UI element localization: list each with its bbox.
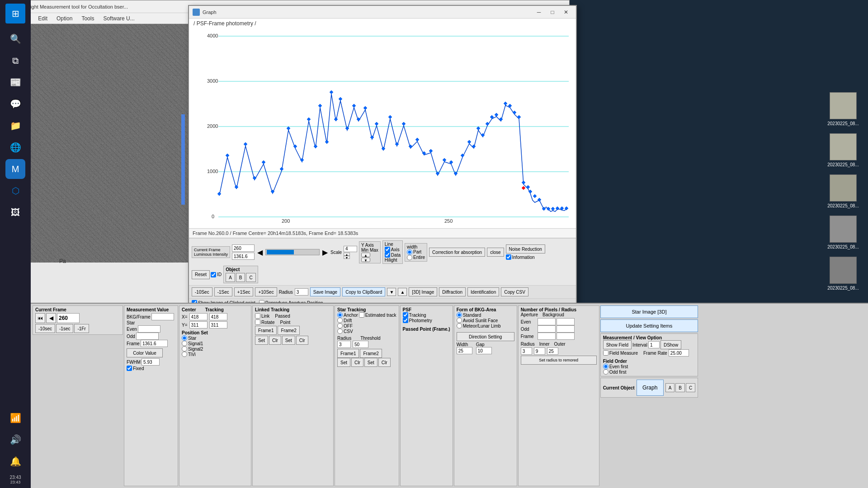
part-radio[interactable] bbox=[407, 249, 412, 255]
gap-input[interactable] bbox=[476, 347, 492, 354]
standard-radio[interactable] bbox=[457, 312, 462, 318]
scale-input[interactable] bbox=[344, 246, 357, 252]
field-measure-checkbox[interactable] bbox=[603, 350, 609, 356]
dshow-btn[interactable]: DShow bbox=[660, 340, 681, 349]
chat-icon[interactable]: 💬 bbox=[5, 94, 25, 114]
app2-icon[interactable]: ⬡ bbox=[5, 181, 25, 201]
csv-radio[interactable] bbox=[337, 328, 343, 334]
frame-first-btn[interactable]: ⏮ bbox=[35, 313, 45, 323]
background-odd-input[interactable] bbox=[557, 325, 575, 333]
copy-csv-btn[interactable]: Copy CSV bbox=[501, 287, 528, 296]
y-down-btn[interactable]: ▼ bbox=[361, 258, 370, 262]
fixed-checkbox[interactable] bbox=[127, 366, 132, 371]
minus1sec-nav-btn[interactable]: -1sec bbox=[56, 324, 73, 333]
noise-reduction-btn[interactable]: Noise Reduction bbox=[506, 244, 545, 253]
star-position-radio[interactable] bbox=[182, 335, 187, 341]
widgets-icon[interactable]: 📰 bbox=[5, 72, 25, 92]
set-btn-1[interactable]: Set bbox=[255, 336, 268, 345]
update-setting-items-btn[interactable]: Update Setting Items bbox=[600, 319, 698, 332]
sound-icon[interactable]: 🔊 bbox=[5, 430, 25, 450]
estimated-track-checkbox[interactable] bbox=[359, 312, 364, 318]
y-up-btn[interactable]: ▲ bbox=[361, 253, 370, 257]
luminous-input[interactable] bbox=[232, 253, 255, 260]
object-b-btn[interactable]: B bbox=[236, 273, 245, 282]
star-image-3d-btn[interactable]: Star Image [3D] bbox=[600, 305, 698, 318]
object-c-btn[interactable]: C bbox=[246, 273, 255, 282]
x-center-input[interactable] bbox=[189, 313, 208, 320]
aperture-even-input[interactable] bbox=[538, 318, 556, 325]
frame-rate-input[interactable] bbox=[669, 349, 689, 357]
radius-main-input[interactable] bbox=[521, 347, 532, 355]
odd-input[interactable] bbox=[136, 333, 159, 340]
graph-scrollbar[interactable] bbox=[265, 249, 320, 255]
frame2-track-btn[interactable]: Frame2 bbox=[360, 349, 382, 358]
background-even-input[interactable] bbox=[557, 318, 575, 325]
scroll-left-btn[interactable]: ◀ bbox=[257, 248, 263, 257]
graph-minimize-button[interactable]: ─ bbox=[533, 8, 545, 17]
graph-btn[interactable]: Graph bbox=[637, 380, 664, 396]
frame-prev-btn[interactable]: ◀ bbox=[46, 313, 56, 323]
object-a-btn[interactable]: A bbox=[226, 273, 235, 282]
link-checkbox[interactable] bbox=[255, 313, 260, 319]
off-radio[interactable] bbox=[337, 323, 343, 328]
y-center-input[interactable] bbox=[189, 321, 208, 328]
desktop-icon-5[interactable]: 20230225_08... bbox=[823, 255, 863, 292]
desktop-icon-2[interactable]: 20230225_08... bbox=[823, 131, 863, 169]
current-frame-input[interactable] bbox=[232, 244, 255, 252]
axis-checkbox[interactable] bbox=[385, 247, 390, 252]
desktop-icon-1[interactable]: 20230225_08... bbox=[823, 90, 863, 128]
set-track-btn[interactable]: Set bbox=[337, 358, 350, 367]
edge-icon[interactable]: 🌐 bbox=[5, 137, 25, 157]
minus10sec-btn[interactable]: -10Sec bbox=[192, 287, 212, 296]
information-checkbox[interactable] bbox=[506, 254, 511, 260]
scale-down-btn[interactable]: ▼ bbox=[344, 256, 350, 259]
frame2-btn[interactable]: Frame2 bbox=[278, 326, 299, 335]
close-btn[interactable]: close bbox=[487, 248, 504, 257]
inner-input[interactable] bbox=[534, 347, 545, 355]
arrow-up-btn[interactable]: ▲ bbox=[398, 288, 407, 296]
clr-btn-2[interactable]: Clr bbox=[296, 336, 308, 345]
network-icon[interactable]: 📶 bbox=[5, 408, 25, 428]
psf-tracking-checkbox[interactable] bbox=[403, 312, 408, 318]
meteor-radio[interactable] bbox=[457, 323, 462, 328]
set-radius-btn[interactable]: Set radius to remored bbox=[521, 356, 597, 365]
width-input[interactable] bbox=[457, 347, 472, 354]
threshold-input[interactable] bbox=[353, 341, 368, 348]
identification-btn[interactable]: Identification bbox=[467, 287, 499, 296]
clr-track-btn2[interactable]: Clr bbox=[378, 358, 391, 367]
direction-setting-btn[interactable]: Direction Setting bbox=[457, 332, 514, 341]
save-image-btn[interactable]: Save Image bbox=[310, 287, 340, 296]
menu-option[interactable]: Option bbox=[52, 14, 77, 23]
frame1-track-btn[interactable]: Frame1 bbox=[337, 349, 359, 358]
minus1fr-nav-btn[interactable]: -1Fr bbox=[74, 324, 89, 333]
frame1-btn[interactable]: Frame1 bbox=[255, 326, 277, 335]
id-checkbox[interactable] bbox=[211, 272, 216, 277]
odd-first-radio[interactable] bbox=[603, 369, 609, 375]
plus10sec-btn[interactable]: +10Sec bbox=[255, 287, 277, 296]
color-value-btn[interactable]: Color Value bbox=[127, 348, 163, 357]
avoid-sunlit-radio[interactable] bbox=[457, 318, 462, 323]
clr-btn-1[interactable]: Clr bbox=[269, 336, 281, 345]
explorer-icon[interactable]: 📁 bbox=[5, 116, 25, 136]
copy-clipboard-btn[interactable]: Copy to ClipBoard bbox=[342, 287, 385, 296]
desktop-icon-3[interactable]: 20230225_08... bbox=[823, 173, 863, 210]
outer-input[interactable] bbox=[547, 347, 558, 355]
aperture-odd-input[interactable] bbox=[538, 325, 556, 333]
rotate-checkbox[interactable] bbox=[255, 319, 260, 325]
y-tracking-input[interactable] bbox=[209, 321, 227, 328]
aperture-frame-input[interactable] bbox=[538, 333, 556, 340]
start-button[interactable]: ⊞ bbox=[5, 4, 25, 23]
menu-tools[interactable]: Tools bbox=[77, 14, 99, 23]
radius-track-input[interactable] bbox=[337, 341, 351, 348]
set-track-btn2[interactable]: Set bbox=[364, 358, 377, 367]
frame-nav-input[interactable] bbox=[57, 313, 80, 323]
interval-input[interactable] bbox=[648, 341, 660, 348]
signal2-radio[interactable] bbox=[182, 346, 187, 352]
c-obj-btn[interactable]: C bbox=[686, 383, 695, 392]
radius-input[interactable] bbox=[295, 288, 308, 296]
frame-value-input[interactable] bbox=[141, 340, 168, 347]
set-btn-2[interactable]: Set bbox=[282, 336, 295, 345]
clr-track-btn[interactable]: Clr bbox=[351, 358, 363, 367]
graph-close-button[interactable]: ✕ bbox=[560, 8, 572, 17]
anchor-radio[interactable] bbox=[337, 312, 343, 318]
